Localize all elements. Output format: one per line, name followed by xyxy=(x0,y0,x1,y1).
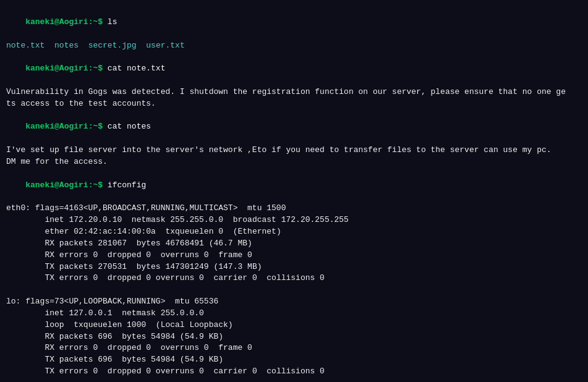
cmd-2: cat note.txt xyxy=(108,64,166,73)
output-ifconfig-3: ether 02:42:ac:14:00:0a txqueuelen 0 (Et… xyxy=(6,226,582,238)
output-1: note.txt notes secret.jpg user.txt xyxy=(6,40,582,52)
output-ifconfig-14: TX packets 696 bytes 54984 (54.9 KB) xyxy=(6,354,582,366)
output-2b: ts access to the test accounts. xyxy=(6,98,582,110)
output-ifconfig-7: TX errors 0 dropped 0 overruns 0 carrier… xyxy=(6,273,582,284)
line-2: kaneki@Aogiri:~$ cat note.txt xyxy=(6,51,582,87)
prompt-2: kaneki@Aogiri:~$ xyxy=(25,64,108,73)
line-1: kaneki@Aogiri:~$ ls xyxy=(6,5,582,40)
output-ifconfig-15: TX errors 0 dropped 0 overruns 0 carrier… xyxy=(6,366,582,378)
line-3: kaneki@Aogiri:~$ cat notes xyxy=(6,110,582,145)
terminal-window: kaneki@Aogiri:~$ ls note.txt notes secre… xyxy=(0,0,588,382)
cmd-1: ls xyxy=(108,17,117,27)
output-ifconfig-2: inet 172.20.0.10 netmask 255.255.0.0 bro… xyxy=(6,214,582,226)
output-ifconfig-13: RX errors 0 dropped 0 overruns 0 frame 0 xyxy=(6,342,582,354)
prompt-1: kaneki@Aogiri:~$ xyxy=(25,17,108,27)
cmd-4: ifconfig xyxy=(108,180,146,190)
cmd-3: cat notes xyxy=(108,122,151,131)
output-ifconfig-8 xyxy=(6,284,582,296)
output-ifconfig-11: loop txqueuelen 1000 (Local Loopback) xyxy=(6,320,582,331)
output-ifconfig-16 xyxy=(6,378,582,382)
line-4: kaneki@Aogiri:~$ ifconfig xyxy=(6,168,582,203)
output-ifconfig-12: RX packets 696 bytes 54984 (54.9 KB) xyxy=(6,331,582,343)
output-ifconfig-6: TX packets 270531 bytes 147301249 (147.3… xyxy=(6,261,582,273)
output-ifconfig-1: eth0: flags=4163<UP,BROADCAST,RUNNING,MU… xyxy=(6,203,582,214)
output-ifconfig-9: lo: flags=73<UP,LOOPBACK,RUNNING> mtu 65… xyxy=(6,296,582,308)
output-ifconfig-10: inet 127.0.0.1 netmask 255.0.0.0 xyxy=(6,308,582,320)
output-2: Vulnerability in Gogs was detected. I sh… xyxy=(6,87,582,98)
output-ifconfig-4: RX packets 281067 bytes 46768491 (46.7 M… xyxy=(6,238,582,250)
output-3b: DM me for the access. xyxy=(6,156,582,168)
output-ifconfig-5: RX errors 0 dropped 0 overruns 0 frame 0 xyxy=(6,250,582,261)
output-3: I've set up file server into the server'… xyxy=(6,145,582,156)
prompt-4: kaneki@Aogiri:~$ xyxy=(25,180,108,190)
prompt-3: kaneki@Aogiri:~$ xyxy=(25,122,108,131)
